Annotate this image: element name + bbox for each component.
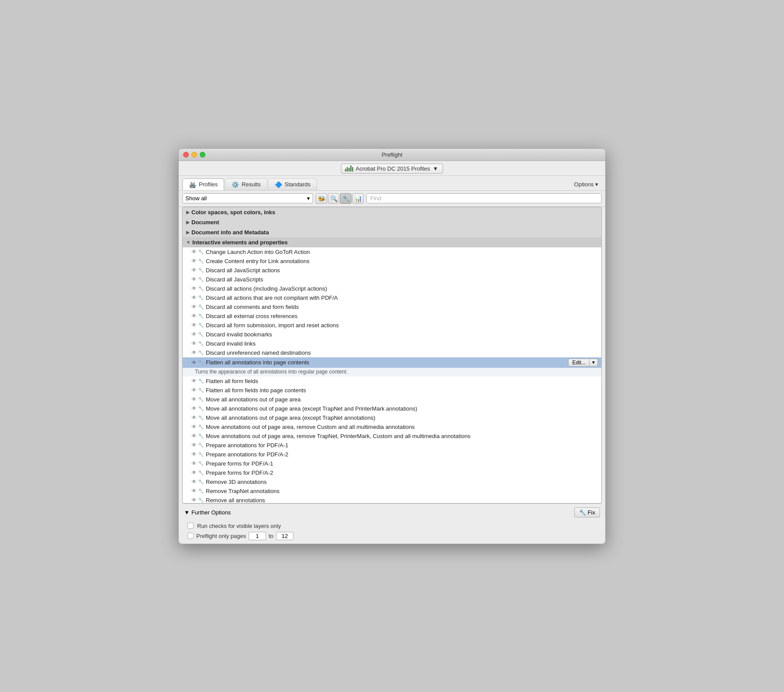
category-color-spaces[interactable]: ▶ Color spaces, spot colors, inks <box>183 207 601 217</box>
further-options-label-text: Further Options <box>191 509 231 516</box>
preflight-pages-checkbox[interactable] <box>187 533 194 539</box>
list-item[interactable]: 👁 🔧 Create Content entry for Link annota… <box>183 257 601 266</box>
options-button[interactable]: Options ▾ <box>571 179 602 189</box>
category-document-info[interactable]: ▶ Document info and Metadata <box>183 227 601 237</box>
triangle-expanded-icon: ▼ <box>186 240 191 245</box>
list-item[interactable]: 👁 🔧 Change Launch Action into GoToR Acti… <box>183 247 601 257</box>
item-label: Prepare forms for PDF/A-2 <box>206 469 273 476</box>
find-field[interactable]: Find <box>366 193 602 203</box>
item-label: Discard invalid links <box>206 340 256 347</box>
item-label: Discard invalid bookmarks <box>206 331 272 338</box>
content-area[interactable]: ▶ Color spaces, spot colors, inks ▶ Docu… <box>182 207 602 504</box>
results-icon: ⚙️ <box>232 181 239 188</box>
list-item[interactable]: 👁 🔧 Remove 3D annotations <box>183 477 601 486</box>
wrench-icon: 🔧 <box>198 322 204 328</box>
further-options: ▼ Further Options 🔧 Fix <box>179 504 605 521</box>
further-options-toggle[interactable]: ▼ Further Options <box>184 509 231 516</box>
list-item[interactable]: 👁 🔧 Prepare forms for PDF/A-1 <box>183 459 601 468</box>
eye-icon: 👁 <box>191 378 197 384</box>
wrench-icon: 🔧 <box>198 433 204 439</box>
list-item[interactable]: 👁 🔧 Discard all form submission, import … <box>183 321 601 330</box>
eye-icon: 👁 <box>191 469 197 476</box>
list-item[interactable]: 👁 🔧 Discard all JavaScripts <box>183 275 601 284</box>
category-document[interactable]: ▶ Document <box>183 217 601 227</box>
profile-dropdown[interactable]: Acrobat Pro DC 2015 Profiles ▼ <box>341 164 443 174</box>
profile-dropdown-left: Acrobat Pro DC 2015 Profiles <box>345 165 430 172</box>
list-item[interactable]: 👁 🔧 Flatten all form fields into page co… <box>183 386 601 395</box>
item-label: Discard all comments and form fields <box>206 304 299 310</box>
item-label: Discard all form submission, import and … <box>206 322 339 329</box>
eye-icon: 👁 <box>191 340 197 346</box>
show-all-label: Show all <box>185 195 207 202</box>
list-item[interactable]: 👁 🔧 Remove TrapNet annotations <box>183 486 601 496</box>
wrench-icon: 🔧 <box>198 397 204 402</box>
list-item[interactable]: 👁 🔧 Discard all external cross reference… <box>183 312 601 321</box>
list-item[interactable]: 👁 🔧 Move all annotations out of page are… <box>183 395 601 404</box>
tab-results[interactable]: ⚙️ Results <box>225 178 267 190</box>
list-item[interactable]: 👁 🔧 Move annotations out of page area, r… <box>183 432 601 441</box>
item-description: Turns the appearance of all annotations … <box>183 368 601 377</box>
wrench-icon: 🔧 <box>198 332 204 337</box>
preflight-to-input[interactable] <box>276 532 293 540</box>
list-item[interactable]: 👁 🔧 Discard all comments and form fields <box>183 302 601 312</box>
wrench-icon: 🔧 <box>198 277 204 282</box>
list-item[interactable]: 👁 🔧 Discard all JavaScript actions <box>183 266 601 275</box>
list-item[interactable]: 👁 🔧 Prepare forms for PDF/A-2 <box>183 468 601 477</box>
triangle-icon: ▶ <box>186 220 190 225</box>
bee-icon-button[interactable]: 🐝 <box>316 193 327 204</box>
list-item-selected[interactable]: 👁 🔧 Flatten all annotations into page co… <box>183 357 601 368</box>
list-item[interactable]: 👁 🔧 Move annotations out of page area, r… <box>183 422 601 432</box>
maximize-button[interactable] <box>200 152 205 158</box>
eye-icon: 👁 <box>191 285 197 291</box>
run-checks-row: Run checks for visible layers only <box>187 523 597 529</box>
tab-standards[interactable]: 🔷 Standards <box>268 178 317 190</box>
eye-icon: 👁 <box>191 442 197 448</box>
wrench-icon: 🔧 <box>198 249 204 255</box>
item-label: Move annotations out of page area, remov… <box>206 424 415 430</box>
edit-dropdown-arrow[interactable]: ▼ <box>590 359 598 367</box>
search-icon-button[interactable]: 🔍 <box>328 193 339 204</box>
wrench-icon: 🔧 <box>198 479 204 485</box>
list-item[interactable]: 👁 🔧 Discard invalid links <box>183 339 601 348</box>
list-item[interactable]: 👁 🔧 Prepare annotations for PDF/A-2 <box>183 450 601 459</box>
chart-icon-button[interactable]: 📊 <box>352 193 364 204</box>
minimize-button[interactable] <box>191 152 197 158</box>
wrench-icon: 🔧 <box>198 415 204 421</box>
list-item[interactable]: 👁 🔧 Discard all actions that are not com… <box>183 293 601 302</box>
item-label: Discard all JavaScript actions <box>206 267 280 274</box>
item-label: Change Launch Action into GoToR Action <box>206 249 310 255</box>
fix-button[interactable]: 🔧 Fix <box>574 507 600 517</box>
wrench-icon-button[interactable]: 🔧 <box>340 193 351 204</box>
list-item[interactable]: 👁 🔧 Remove all annotations <box>183 496 601 504</box>
run-checks-checkbox[interactable] <box>187 523 194 529</box>
wrench-icon: 🔧 <box>198 267 204 273</box>
wrench-icon: 🔧 <box>198 378 204 384</box>
wrench-icon: 🔧 <box>198 470 204 476</box>
category-interactive[interactable]: ▼ Interactive elements and properties <box>183 237 601 247</box>
category-document-label: Document <box>191 219 219 226</box>
list-item[interactable]: 👁 🔧 Move all annotations out of page are… <box>183 404 601 413</box>
list-item[interactable]: 👁 🔧 Discard unreferenced named destinati… <box>183 348 601 357</box>
bar-chart-icon <box>345 165 353 171</box>
tabs-left: 🖨️ Profiles ⚙️ Results 🔷 Standards <box>182 178 317 190</box>
list-item[interactable]: 👁 🔧 Flatten all form fields <box>183 377 601 386</box>
interactive-items: 👁 🔧 Change Launch Action into GoToR Acti… <box>183 247 601 504</box>
show-all-dropdown[interactable]: Show all ▾ <box>182 193 313 203</box>
wrench-icon: 🔧 <box>198 461 204 466</box>
preflight-from-input[interactable] <box>249 532 266 540</box>
wrench-icon: 🔧 <box>198 295 204 301</box>
list-item[interactable]: 👁 🔧 Move all annotations out of page are… <box>183 413 601 422</box>
item-label: Flatten all form fields into page conten… <box>206 387 306 394</box>
tab-profiles[interactable]: 🖨️ Profiles <box>182 178 224 190</box>
wrench-icon: 🔧 <box>198 442 204 448</box>
list-item[interactable]: 👁 🔧 Prepare annotations for PDF/A-1 <box>183 441 601 450</box>
wrench-icon: 🔧 <box>198 286 204 291</box>
list-item[interactable]: 👁 🔧 Discard invalid bookmarks <box>183 330 601 339</box>
list-item[interactable]: 👁 🔧 Discard all actions (including JavaS… <box>183 284 601 293</box>
eye-icon: 👁 <box>191 276 197 282</box>
edit-button[interactable]: Edit... <box>568 359 590 367</box>
close-button[interactable] <box>183 152 189 158</box>
eye-icon: 👁 <box>191 460 197 466</box>
profile-label: Acrobat Pro DC 2015 Profiles <box>356 165 430 172</box>
to-label: to <box>269 533 273 539</box>
